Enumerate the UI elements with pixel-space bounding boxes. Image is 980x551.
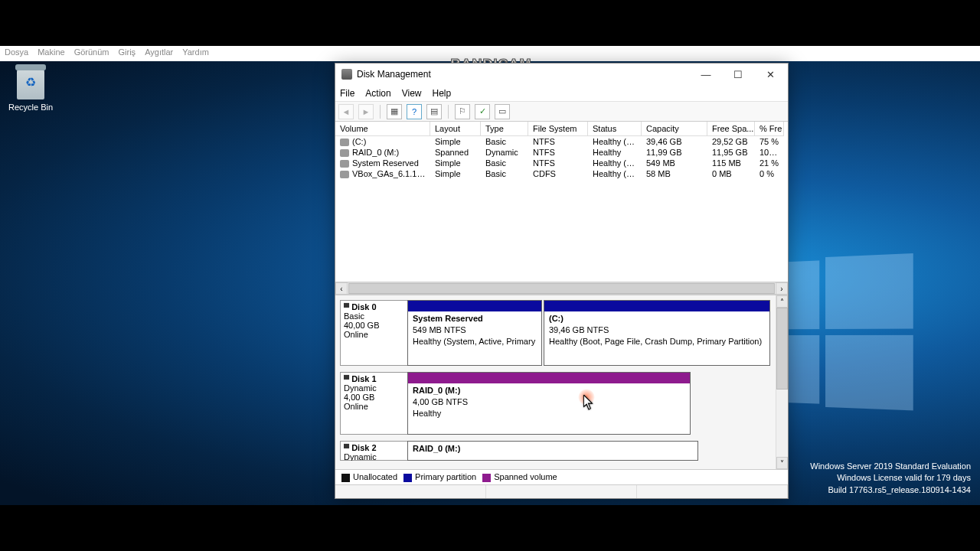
recycle-bin-label: Recycle Bin [6,103,55,112]
refresh-button[interactable]: ▦ [387,104,402,119]
windows-evaluation-watermark: Windows Server 2019 Standard Evaluation … [810,461,971,496]
partition-name: RAID_0 (M:) [413,444,460,453]
partition[interactable]: RAID_0 (M:) 4,00 GB NTFS Healthy [407,372,691,435]
letterbox-bottom [0,505,980,551]
disk-icon: ▀ [344,375,349,383]
disk-info[interactable]: ▀ Disk 2 Dynamic [340,441,407,461]
disk-management-window: Disk Management — ☐ ✕ FileActionViewHelp… [335,63,789,499]
window-title: Disk Management [357,69,690,80]
partition-size: 39,46 GB NTFS [549,325,609,334]
statusbar [335,484,788,498]
menu-item[interactable]: Action [365,88,390,99]
partition-status: Healthy [413,409,441,418]
disk-icon: ▀ [344,444,349,452]
back-button[interactable]: ◄ [338,104,354,119]
column-header[interactable]: Volume [335,122,430,136]
partition-stripe [408,301,541,311]
horizontal-scrollbar[interactable]: ‹ › [335,282,788,295]
disk-graphical-view: ▀ Disk 0 Basic40,00 GBOnline System Rese… [335,295,788,469]
disk-row: ▀ Disk 2 Dynamic RAID_0 (M:) [340,441,771,461]
column-header[interactable]: Status [588,122,642,136]
check-button[interactable]: ✓ [475,104,490,119]
vertical-scrollbar[interactable]: ˄ ˅ [776,295,788,469]
partition[interactable]: (C:) 39,46 GB NTFS Healthy (Boot, Page F… [544,300,770,366]
volume-row[interactable]: (C:) SimpleBasicNTFSHealthy (B... 39,46 … [335,136,788,147]
disk-icon: ▀ [344,303,349,311]
disk-info[interactable]: ▀ Disk 0 Basic40,00 GBOnline [340,300,407,366]
menu-item[interactable]: File [340,88,354,99]
volume-list-header: VolumeLayoutTypeFile SystemStatusCapacit… [335,122,788,136]
column-header[interactable]: Capacity [642,122,707,136]
scroll-thumb[interactable] [348,283,775,294]
partition-status: Healthy (System, Active, Primary [413,337,535,346]
menubar: FileActionViewHelp [335,85,788,102]
partition-stripe [408,373,690,383]
volume-icon [340,171,349,178]
column-header[interactable]: % Fre [755,122,784,136]
volume-icon [340,139,349,146]
volume-icon [340,160,349,168]
column-header[interactable]: Type [481,122,528,136]
volume-icon [340,149,349,157]
vm-menu-item[interactable]: Yardım [182,47,209,60]
scroll-thumb[interactable] [776,308,788,390]
partition-name: (C:) [549,314,564,323]
volume-row[interactable]: RAID_0 (M:) SpannedDynamicNTFSHealthy 11… [335,147,788,158]
titlebar[interactable]: Disk Management — ☐ ✕ [335,64,788,85]
volume-row[interactable]: VBox_GAs_6.1.16 (... SimpleBasicCDFSHeal… [335,168,788,179]
maximize-button[interactable]: ☐ [722,64,754,85]
legend-item: Primary partition [403,472,476,482]
vm-menu-item[interactable]: Dosya [5,47,28,60]
letterbox-top [0,0,980,46]
legend-swatch [341,474,350,482]
list-button[interactable]: ▭ [495,104,510,119]
partition-name: System Reserved [413,314,483,323]
partition-status: Healthy (Boot, Page File, Crash Dump, Pr… [549,337,762,346]
forward-button[interactable]: ► [358,104,374,119]
partition-name: RAID_0 (M:) [413,386,460,395]
app-icon [341,69,352,80]
minimize-button[interactable]: — [690,64,722,85]
column-header[interactable]: File System [528,122,588,136]
help-button[interactable]: ? [407,104,422,119]
legend-swatch [482,474,491,482]
scroll-right-icon[interactable]: › [776,282,788,295]
vm-menu-item[interactable]: Aygıtlar [145,47,173,60]
scroll-down-icon[interactable]: ˅ [776,457,788,469]
close-button[interactable]: ✕ [754,64,786,85]
scroll-left-icon[interactable]: ‹ [335,282,348,295]
column-header[interactable]: Free Spa... [707,122,755,136]
legend-swatch [403,474,412,482]
column-header[interactable]: Layout [430,122,481,136]
menu-item[interactable]: Help [433,88,452,99]
menu-item[interactable]: View [402,88,422,99]
trash-icon [17,69,44,99]
vm-menu-item[interactable]: Görünüm [74,47,109,60]
disk-info[interactable]: ▀ Disk 1 Dynamic4,00 GBOnline [340,372,407,435]
scroll-up-icon[interactable]: ˄ [776,295,788,308]
partition[interactable]: System Reserved 549 MB NTFS Healthy (Sys… [407,300,542,366]
disk-row: ▀ Disk 1 Dynamic4,00 GBOnline RAID_0 (M:… [340,372,771,435]
volume-row[interactable]: System Reserved SimpleBasicNTFSHealthy (… [335,158,788,168]
action-button[interactable]: ⚐ [455,104,470,119]
toolbar: ◄ ► ▦ ? ▤ ⚐ ✓ ▭ [335,102,788,122]
partition-stripe [544,301,769,311]
recycle-bin-icon[interactable]: Recycle Bin [6,69,55,112]
vm-menu-item[interactable]: Makine [38,47,64,60]
vm-menu-item[interactable]: Giriş [119,47,136,60]
partition-size: 549 MB NTFS [413,325,466,334]
legend-item: Unallocated [341,472,397,482]
disk-row: ▀ Disk 0 Basic40,00 GBOnline System Rese… [340,300,771,366]
partition-size: 4,00 GB NTFS [413,397,468,406]
legend-item: Spanned volume [482,472,557,482]
partition[interactable]: RAID_0 (M:) [407,441,698,461]
properties-button[interactable]: ▤ [426,104,442,119]
desktop: DosyaMakineGörünümGirişAygıtlarYardım Re… [0,46,980,505]
volume-list: VolumeLayoutTypeFile SystemStatusCapacit… [335,122,788,282]
volume-list-body[interactable]: (C:) SimpleBasicNTFSHealthy (B... 39,46 … [335,136,788,282]
legend: Unallocated Primary partition Spanned vo… [335,469,788,484]
